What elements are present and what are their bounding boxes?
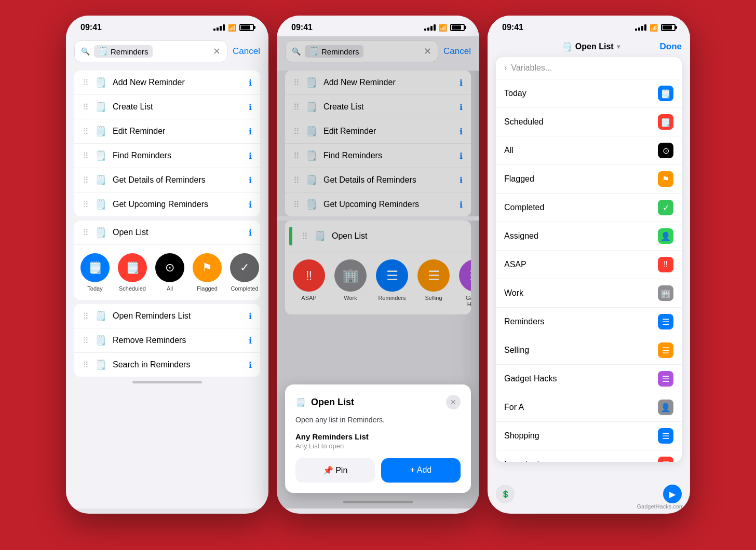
add-button[interactable]: + Add bbox=[381, 458, 461, 483]
info-icon[interactable]: ℹ bbox=[460, 151, 463, 161]
info-icon[interactable]: ℹ bbox=[249, 175, 252, 185]
circle-selling-2[interactable]: ☰ Selling bbox=[418, 259, 449, 307]
list-item-remove[interactable]: ⠿ 🗒️ Remove Reminders ℹ bbox=[74, 328, 260, 353]
s2-item-4[interactable]: ⠿ 🗒️ Find Reminders ℹ bbox=[285, 144, 471, 168]
list-item-open-list[interactable]: ⠿ 🗒️ Open Reminders List ℹ bbox=[74, 304, 260, 328]
screen2-list: 🔍 🗒️ Reminders ✕ Cancel ⠿ 🗒️ Add New bbox=[277, 36, 479, 314]
dropdown-item-for-a[interactable]: For A 👤 bbox=[496, 393, 682, 422]
chevron-right-icon: › bbox=[504, 63, 507, 73]
dropdown-item-flagged[interactable]: Flagged ⚑ bbox=[496, 165, 682, 194]
circle-flagged-1[interactable]: ⚑ Flagged bbox=[193, 253, 222, 292]
item-icon: 🗒️ bbox=[95, 227, 106, 238]
list-item-get-upcoming[interactable]: ⠿ 🗒️ Get Upcoming Reminders ℹ bbox=[74, 192, 260, 216]
circle-completed-1[interactable]: ✓ Completed bbox=[230, 253, 259, 292]
s2-item-5[interactable]: ⠿ 🗒️ Get Details of Reminders ℹ bbox=[285, 168, 471, 192]
circle-bg: ☰ bbox=[459, 259, 471, 292]
dropdown-item-reminders[interactable]: Reminders ☰ bbox=[496, 308, 682, 336]
s2-item-2[interactable]: ⠿ 🗒️ Create List ℹ bbox=[285, 95, 471, 119]
search-clear-1[interactable]: ✕ bbox=[213, 46, 221, 57]
info-icon[interactable]: ℹ bbox=[460, 200, 463, 210]
info-icon[interactable]: ℹ bbox=[249, 78, 252, 88]
modal-sheet: 🗒️ Open List ✕ Open any list in Reminder… bbox=[285, 384, 471, 493]
dropdown-item-scheduled[interactable]: Scheduled 🗒️ bbox=[496, 108, 682, 136]
item-icon: 🗒️ bbox=[306, 101, 317, 113]
drag-handle: ⠿ bbox=[293, 200, 300, 210]
circle-today-1[interactable]: 🗒️ Today bbox=[80, 253, 110, 292]
circle-all-1[interactable]: ⊙ All bbox=[155, 253, 184, 292]
search-input-1[interactable]: 🔍 🗒️ Reminders ✕ bbox=[74, 40, 227, 62]
modal-description: Open any list in Reminders. bbox=[295, 416, 461, 424]
dropdown-item-gadget-hacks[interactable]: Gadget Hacks ☰ bbox=[496, 365, 682, 393]
dropdown-item-selling[interactable]: Selling ☰ bbox=[496, 336, 682, 365]
screen3-header: 🗒️ Open List ▾ Done bbox=[488, 36, 690, 57]
done-button[interactable]: Done bbox=[660, 42, 682, 52]
search-clear-2[interactable]: ✕ bbox=[424, 46, 431, 57]
cancel-btn-2[interactable]: Cancel bbox=[443, 46, 471, 57]
open-list-section-1: ⠿ 🗒️ Open List ℹ 🗒️ Today 🗒️ Scheduled bbox=[74, 221, 260, 300]
open-list-header-2[interactable]: ⠿ 🗒️ Open List bbox=[285, 221, 471, 252]
drag-handle: ⠿ bbox=[83, 311, 89, 321]
dropdown-item-assigned[interactable]: Assigned 👤 bbox=[496, 222, 682, 251]
info-icon[interactable]: ℹ bbox=[249, 127, 252, 136]
circle-scheduled-1[interactable]: 🗒️ Scheduled bbox=[118, 253, 147, 292]
info-icon[interactable]: ℹ bbox=[249, 336, 252, 346]
info-icon[interactable]: ℹ bbox=[249, 311, 252, 321]
dropdown-item-all[interactable]: All ⊙ bbox=[496, 136, 682, 165]
info-icon[interactable]: ℹ bbox=[249, 151, 252, 161]
info-icon[interactable]: ℹ bbox=[249, 200, 252, 210]
dropdown-item-completed[interactable]: Completed ✓ bbox=[496, 194, 682, 222]
watermark: GadgetHacks.com bbox=[637, 503, 684, 510]
circle-label: Completed bbox=[231, 285, 258, 292]
circle-asap-2[interactable]: ‼ ASAP bbox=[293, 259, 325, 307]
list-item-create-list[interactable]: ⠿ 🗒️ Create List ℹ bbox=[74, 95, 260, 119]
dropdown-item-today[interactable]: Today 🗒️ bbox=[496, 79, 682, 108]
screen2: 09:41 📶 🔍 bbox=[277, 16, 479, 514]
item-label: Create List bbox=[113, 102, 242, 112]
variables-item[interactable]: › Variables... bbox=[496, 57, 682, 79]
item-icon: ☰ bbox=[658, 371, 673, 387]
list-item-get-details[interactable]: ⠿ 🗒️ Get Details of Reminders ℹ bbox=[74, 168, 260, 192]
home-indicator-2 bbox=[343, 501, 413, 503]
bottom-icon-left[interactable]: 💲 bbox=[496, 485, 515, 503]
chip-label-2: Reminders bbox=[321, 47, 359, 56]
time-3: 09:41 bbox=[502, 23, 523, 32]
dropdown-item-shopping[interactable]: Shopping ☰ bbox=[496, 422, 682, 450]
s2-item-1[interactable]: ⠿ 🗒️ Add New Reminder ℹ bbox=[285, 71, 471, 95]
item-icon: ☰ bbox=[658, 428, 673, 444]
item-icon: ⚑ bbox=[658, 171, 673, 187]
list-item-edit-reminder[interactable]: ⠿ 🗒️ Edit Reminder ℹ bbox=[74, 119, 260, 144]
list-item-search[interactable]: ⠿ 🗒️ Search in Reminders ℹ bbox=[74, 353, 260, 377]
cancel-btn-1[interactable]: Cancel bbox=[233, 46, 260, 57]
item-label: Create List bbox=[323, 102, 453, 112]
dropdown-item-important[interactable]: Important ☰ bbox=[496, 450, 682, 462]
info-icon[interactable]: ℹ bbox=[249, 102, 252, 112]
circle-label: Gadget Hacks bbox=[460, 295, 471, 307]
drag-handle: ⠿ bbox=[83, 78, 89, 88]
circle-work-2[interactable]: 🏢 Work bbox=[335, 259, 366, 307]
open-list-label-2: Open List bbox=[332, 231, 463, 241]
info-icon[interactable]: ℹ bbox=[249, 360, 252, 370]
list-item-find-reminders[interactable]: ⠿ 🗒️ Find Reminders ℹ bbox=[74, 144, 260, 168]
dropdown-title[interactable]: 🗒️ Open List ▾ bbox=[562, 42, 620, 52]
info-icon[interactable]: ℹ bbox=[460, 78, 463, 88]
info-icon[interactable]: ℹ bbox=[460, 175, 463, 185]
info-icon[interactable]: ℹ bbox=[460, 127, 463, 136]
circle-reminders-2[interactable]: ☰ Reminders bbox=[376, 259, 408, 307]
circle-gadget-2[interactable]: ☰ Gadget Hacks bbox=[460, 259, 471, 307]
play-button[interactable]: ▶ bbox=[663, 485, 682, 503]
search-input-2[interactable]: 🔍 🗒️ Reminders ✕ bbox=[285, 40, 438, 62]
dropdown-item-work[interactable]: Work 🏢 bbox=[496, 279, 682, 308]
item-label: Add New Reminder bbox=[323, 78, 453, 87]
open-list-header-1[interactable]: ⠿ 🗒️ Open List ℹ bbox=[74, 221, 260, 245]
modal-close-btn[interactable]: ✕ bbox=[446, 395, 461, 409]
s2-item-3[interactable]: ⠿ 🗒️ Edit Reminder ℹ bbox=[285, 119, 471, 144]
pin-button[interactable]: 📌 Pin bbox=[295, 458, 375, 483]
info-icon[interactable]: ℹ bbox=[460, 102, 463, 112]
circle-bg: 🗒️ bbox=[80, 253, 110, 282]
list-item-add-reminder[interactable]: ⠿ 🗒️ Add New Reminder ℹ bbox=[74, 71, 260, 95]
dropdown-item-asap[interactable]: ASAP ‼ bbox=[496, 251, 682, 279]
info-icon[interactable]: ℹ bbox=[249, 228, 252, 238]
s2-item-6[interactable]: ⠿ 🗒️ Get Upcoming Reminders ℹ bbox=[285, 192, 471, 216]
circle-bg: ☰ bbox=[376, 259, 408, 292]
green-indicator bbox=[289, 227, 292, 245]
